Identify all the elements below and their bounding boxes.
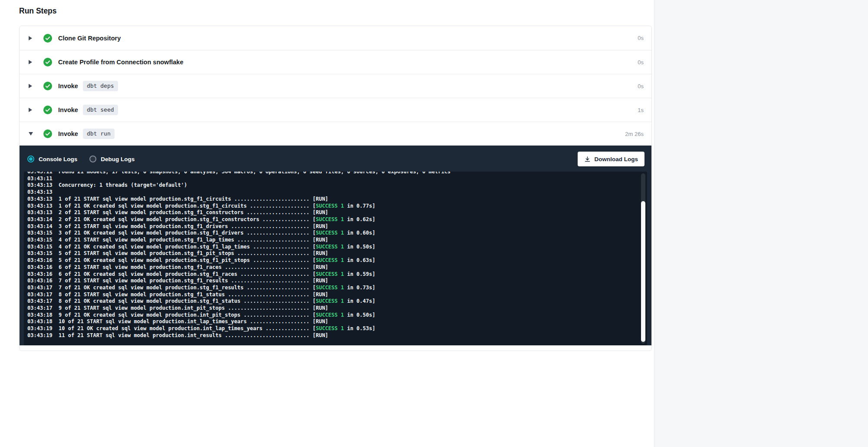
- log-bracket-end: in 0.47s]: [344, 298, 375, 304]
- chevron-right-icon[interactable]: [28, 83, 38, 89]
- radio-unselected-icon[interactable]: [89, 156, 96, 162]
- log-line: 03:43:15 4 of 21 OK created sql view mod…: [27, 244, 647, 251]
- log-timestamp: 03:43:14: [27, 216, 53, 223]
- console-log-viewport[interactable]: 03:43:11 Found 21 models, 17 tests, 0 sn…: [24, 172, 647, 345]
- log-bracket-end: in 0.63s]: [344, 257, 375, 263]
- chevron-down-icon[interactable]: [28, 132, 38, 136]
- log-text: 5 of 21 START sql view model production.…: [59, 250, 312, 256]
- log-bracket-end: in 0.59s]: [344, 271, 375, 277]
- log-line: 03:43:19 11 of 21 START sql view model p…: [27, 332, 647, 339]
- log-bracket: [RUN]: [312, 250, 328, 256]
- log-timestamp: 03:43:14: [27, 223, 53, 230]
- radio-selected-icon[interactable]: [27, 156, 34, 162]
- log-line: 03:43:14 3 of 21 START sql view model pr…: [27, 223, 647, 230]
- page-title: Run Steps: [19, 7, 652, 16]
- log-message: 3 of 21 OK created sql view model produc…: [59, 230, 375, 237]
- console-scrollbar-thumb[interactable]: [641, 201, 645, 342]
- log-timestamp: 03:43:18: [27, 312, 53, 319]
- log-message: 6 of 21 START sql view model production.…: [59, 264, 328, 271]
- log-message: 9 of 21 START sql view model production.…: [59, 305, 328, 312]
- command-pill: dbt seed: [83, 105, 118, 115]
- success-check-icon: [43, 106, 52, 114]
- step-row-invoke-dbt-run[interactable]: Invoke dbt run 2m 26s: [20, 122, 651, 146]
- log-bracket-end: in 0.73s]: [344, 285, 375, 291]
- log-bracket-end: in 0.53s]: [344, 325, 375, 331]
- log-text: Concurrency: 1 threads (target='default'…: [59, 182, 187, 188]
- log-bracket: [RUN]: [312, 196, 328, 202]
- download-icon: [584, 156, 591, 162]
- step-duration: 0s: [638, 59, 644, 66]
- log-success-text: SUCCESS 1: [316, 230, 344, 236]
- log-bracket-end: in 0.60s]: [344, 230, 375, 236]
- log-timestamp: 03:43:13: [27, 196, 53, 203]
- step-label: Clone Git Repository: [58, 35, 121, 42]
- log-timestamp: 03:43:16: [27, 257, 53, 264]
- log-message: 3 of 21 START sql view model production.…: [59, 223, 328, 230]
- debug-logs-radio[interactable]: Debug Logs: [89, 156, 135, 162]
- console-log-output: 03:43:11 Found 21 models, 17 tests, 0 sn…: [27, 172, 647, 339]
- chevron-right-icon[interactable]: [28, 36, 38, 41]
- log-bracket: [RUN]: [312, 291, 328, 298]
- console-panel: Console Logs Debug Logs Download Logs: [20, 146, 651, 345]
- log-text: 6 of 21 OK created sql view model produc…: [59, 271, 312, 277]
- success-check-icon: [43, 58, 52, 66]
- step-duration: 1s: [638, 107, 644, 113]
- log-text: 8 of 21 START sql view model production.…: [59, 291, 312, 298]
- log-bracket: [RUN]: [312, 278, 328, 284]
- log-bracket: [RUN]: [312, 209, 328, 215]
- log-line: 03:43:16 5 of 21 OK created sql view mod…: [27, 257, 647, 264]
- log-bracket: [RUN]: [312, 223, 328, 229]
- log-bracket-end: in 0.77s]: [344, 203, 375, 209]
- log-timestamp: 03:43:17: [27, 298, 53, 305]
- log-message: 1 of 21 START sql view model production.…: [59, 196, 328, 203]
- download-logs-button[interactable]: Download Logs: [578, 152, 645, 166]
- log-timestamp: 03:43:13: [27, 189, 53, 196]
- step-row-clone-git-repository[interactable]: Clone Git Repository 0s: [20, 26, 651, 50]
- log-bracket: [RUN]: [312, 237, 328, 243]
- log-bracket-end: in 0.62s]: [344, 216, 375, 222]
- log-message: 10 of 21 OK created sql view model produ…: [59, 325, 375, 332]
- log-text: 11 of 21 START sql view model production…: [59, 332, 312, 338]
- log-success-text: SUCCESS 1: [316, 216, 344, 222]
- step-row-invoke-dbt-seed[interactable]: Invoke dbt seed 1s: [20, 98, 651, 122]
- log-line: 03:43:13 1 of 21 START sql view model pr…: [27, 196, 647, 203]
- log-timestamp: 03:43:11: [27, 172, 53, 175]
- step-label: Create Profile from Connection snowflake: [58, 59, 183, 66]
- log-text: Found 21 models, 17 tests, 0 snapshots, …: [59, 172, 450, 175]
- log-timestamp: 03:43:13: [27, 182, 53, 189]
- chevron-right-icon[interactable]: [28, 60, 38, 65]
- log-message: 8 of 21 OK created sql view model produc…: [59, 298, 375, 305]
- console-logs-radio[interactable]: Console Logs: [27, 156, 77, 162]
- log-message: 10 of 21 START sql view model production…: [59, 318, 328, 325]
- log-timestamp: 03:43:11: [27, 175, 53, 182]
- log-line: 03:43:16 7 of 21 START sql view model pr…: [27, 278, 647, 285]
- log-text: 10 of 21 START sql view model production…: [59, 318, 312, 324]
- log-line: 03:43:17 9 of 21 START sql view model pr…: [27, 305, 647, 312]
- log-message: 7 of 21 OK created sql view model produc…: [59, 285, 375, 291]
- run-steps-list: Clone Git Repository 0s Create Profile f…: [19, 26, 652, 351]
- step-group-invoke-dbt-run: Invoke dbt run 2m 26s Console Logs Debug…: [20, 122, 651, 345]
- console-header: Console Logs Debug Logs Download Logs: [20, 146, 651, 171]
- log-timestamp: 03:43:15: [27, 237, 53, 244]
- log-line: 03:43:17 8 of 21 START sql view model pr…: [27, 291, 647, 298]
- log-bracket: [RUN]: [312, 305, 328, 311]
- log-message: 5 of 21 OK created sql view model produc…: [59, 257, 375, 264]
- log-timestamp: 03:43:15: [27, 230, 53, 237]
- log-success-text: SUCCESS 1: [316, 244, 344, 250]
- download-logs-label: Download Logs: [595, 156, 638, 162]
- chevron-right-icon[interactable]: [28, 107, 38, 113]
- log-text: 3 of 21 START sql view model production.…: [59, 223, 312, 229]
- log-line: 03:43:13 2 of 21 START sql view model pr…: [27, 209, 647, 216]
- console-logs-label: Console Logs: [39, 156, 77, 162]
- log-text: 3 of 21 OK created sql view model produc…: [59, 230, 312, 236]
- page-background-gutter: [654, 0, 868, 447]
- step-row-invoke-dbt-deps[interactable]: Invoke dbt deps 0s: [20, 74, 651, 98]
- log-message: 1 of 21 OK created sql view model produc…: [59, 203, 375, 210]
- step-row-create-profile[interactable]: Create Profile from Connection snowflake…: [20, 50, 651, 74]
- log-line: 03:43:11 Found 21 models, 17 tests, 0 sn…: [27, 172, 647, 175]
- log-text: 2 of 21 OK created sql view model produc…: [59, 216, 312, 222]
- log-text: 8 of 21 OK created sql view model produc…: [59, 298, 312, 304]
- log-success-text: SUCCESS 1: [316, 203, 344, 209]
- step-label: Invoke: [58, 130, 78, 137]
- log-text: 10 of 21 OK created sql view model produ…: [59, 325, 312, 331]
